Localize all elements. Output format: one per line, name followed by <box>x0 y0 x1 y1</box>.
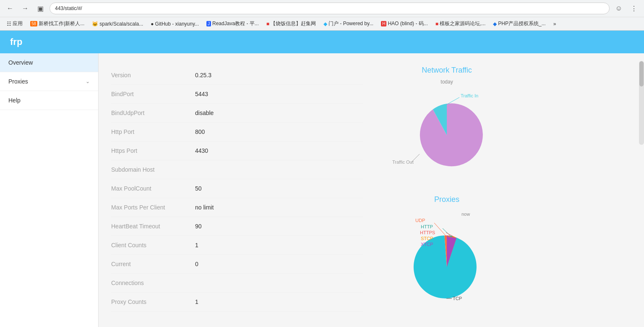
traffic-in-label: Traffic In <box>461 93 478 98</box>
sidebar-item-proxies[interactable]: Proxies ⌄ <box>0 72 98 91</box>
bookmark-shaofan[interactable]: ■ 【烧饭信息】赶集网 <box>264 19 318 28</box>
info-panel: Version 0.25.3 BindPort 5443 BindUdpPort… <box>111 66 363 319</box>
app-title: frp <box>10 37 22 47</box>
https-label: HTTPS <box>420 230 435 235</box>
sidebar-proxies-label: Proxies <box>8 78 28 85</box>
stcp-label: STCP <box>421 236 433 241</box>
bookmarks-bar: ☷ 应用 58 新桥找工作|新桥人... 🐱 spark/Scala/scala… <box>0 17 644 30</box>
bookmark-58[interactable]: 58 新桥找工作|新桥人... <box>28 19 87 28</box>
proxies-container: now <box>384 208 510 306</box>
info-row-bindport: BindPort 5443 <box>111 85 363 104</box>
label-current: Current <box>111 261 195 267</box>
bookmark-more-label: » <box>553 21 556 27</box>
label-httpport: Http Port <box>111 128 195 135</box>
info-row-maxpoolcount: Max PoolCount 50 <box>111 179 363 198</box>
info-row-subdomainhost: Subdomain Host <box>111 160 363 179</box>
value-maxpoolcount: 50 <box>195 185 202 192</box>
value-bindport: 5443 <box>195 91 208 97</box>
bookmark-more[interactable]: » <box>551 20 559 28</box>
network-traffic-chart: Network Traffic today Traffic In <box>380 66 514 183</box>
address-text: 443/static/#/ <box>55 5 604 11</box>
sidebar-overview-label: Overview <box>8 59 33 66</box>
bookmark-portal[interactable]: ◆ 门户 - Powered by... <box>321 19 376 28</box>
reload-button[interactable]: ▣ <box>34 3 46 14</box>
forward-button[interactable]: → <box>19 3 31 14</box>
value-httpport: 800 <box>195 128 205 135</box>
info-row-httpsport: Https Port 4430 <box>111 141 363 160</box>
bookmark-readjava[interactable]: J ReadJava教程 - 平... <box>204 19 261 28</box>
value-bindudpport: disable <box>195 110 214 116</box>
value-httpsport: 4430 <box>195 147 208 154</box>
value-current: 0 <box>195 261 198 267</box>
profile-button[interactable]: ☺ <box>613 3 625 14</box>
proxies-title: Proxies <box>380 195 514 204</box>
label-maxpoolcount: Max PoolCount <box>111 185 195 192</box>
label-proxycounts: Proxy Counts <box>111 298 195 305</box>
scrollbar-thumb[interactable] <box>639 61 644 86</box>
xtcp-label: XTCP <box>421 242 433 247</box>
info-row-heartbeattimeout: HeartBeat Timeout 90 <box>111 217 363 236</box>
label-clientcounts: Client Counts <box>111 242 195 249</box>
bookmark-github[interactable]: ● GitHub - xianyuny... <box>148 20 201 28</box>
label-bindport: BindPort <box>111 91 195 97</box>
info-row-bindudpport: BindUdpPort disable <box>111 104 363 123</box>
traffic-out-slice <box>420 103 483 166</box>
label-heartbeattimeout: HeartBeat Timeout <box>111 223 195 230</box>
bookmark-php[interactable]: ◆ PHP产品授权系统_... <box>490 19 548 28</box>
bookmark-apps[interactable]: ☷ 应用 <box>4 19 25 28</box>
proxies-subtitle: now <box>461 212 470 217</box>
info-row-maxportsperclient: Max Ports Per Client no limit <box>111 198 363 217</box>
bookmark-php-label: PHP产品授权系统_... <box>498 20 545 27</box>
bookmark-readjava-label: ReadJava教程 - 平... <box>212 20 259 27</box>
value-clientcounts: 1 <box>195 242 198 249</box>
app-body: Overview Proxies ⌄ Help Version 0.25.3 B… <box>0 53 644 327</box>
info-row-proxycounts: Proxy Counts 1 <box>111 293 363 311</box>
network-traffic-container: Traffic In Traffic Out <box>388 89 506 183</box>
info-row-connections: Connections <box>111 274 363 293</box>
proxies-svg: now <box>384 208 510 305</box>
value-version: 0.25.3 <box>195 72 211 78</box>
bookmark-spark-label: spark/Scala/scala... <box>99 21 143 27</box>
sidebar-item-help[interactable]: Help <box>0 91 98 110</box>
charts-panel: Network Traffic today Traffic In <box>380 66 514 319</box>
bookmark-github-label: GitHub - xianyuny... <box>155 21 199 27</box>
label-httpsport: Https Port <box>111 147 195 154</box>
info-row-version: Version 0.25.3 <box>111 66 363 85</box>
bookmark-58-label: 新桥找工作|新桥人... <box>39 20 84 27</box>
bookmark-moban[interactable]: ■ 模板之家源码论坛,... <box>433 19 488 28</box>
browser-toolbar: ← → ▣ 443/static/#/ ☺ ⋮ <box>0 0 644 17</box>
address-bar[interactable]: 443/static/#/ <box>50 3 610 14</box>
bookmark-hao-label: HAO (blind) - 码... <box>388 20 428 27</box>
tcp-label: TCP <box>453 296 462 301</box>
main-content: Version 0.25.3 BindPort 5443 BindUdpPort… <box>99 53 644 327</box>
value-heartbeattimeout: 90 <box>195 223 202 230</box>
proxies-chart: Proxies now <box>380 195 514 306</box>
udp-label: UDP <box>415 218 425 223</box>
bookmark-apps-label: 应用 <box>13 20 23 27</box>
bookmark-hao[interactable]: H HAO (blind) - 码... <box>378 19 430 28</box>
value-proxycounts: 1 <box>195 298 198 305</box>
label-version: Version <box>111 72 195 78</box>
bookmark-shaofan-label: 【烧饭信息】赶集网 <box>271 20 316 27</box>
sidebar: Overview Proxies ⌄ Help <box>0 53 99 327</box>
info-row-httpport: Http Port 800 <box>111 123 363 141</box>
network-traffic-svg: Traffic In Traffic Out <box>388 89 506 181</box>
label-bindudpport: BindUdpPort <box>111 110 195 116</box>
scrollbar[interactable] <box>639 61 644 145</box>
label-maxportsperclient: Max Ports Per Client <box>111 204 195 211</box>
info-row-clientcounts: Client Counts 1 <box>111 236 363 255</box>
bookmark-portal-label: 门户 - Powered by... <box>329 20 373 27</box>
sidebar-help-label: Help <box>8 97 21 104</box>
back-button[interactable]: ← <box>4 3 16 14</box>
bookmark-spark[interactable]: 🐱 spark/Scala/scala... <box>89 20 146 28</box>
stcp-label-line <box>448 237 455 237</box>
sidebar-item-overview[interactable]: Overview <box>0 53 98 72</box>
network-traffic-title: Network Traffic <box>380 66 514 75</box>
network-traffic-subtitle: today <box>380 79 514 85</box>
label-connections: Connections <box>111 280 195 286</box>
menu-button[interactable]: ⋮ <box>628 3 640 14</box>
info-row-current: Current 0 <box>111 255 363 274</box>
browser-chrome: ← → ▣ 443/static/#/ ☺ ⋮ ☷ 应用 58 新桥找工作|新桥… <box>0 0 644 31</box>
chevron-down-icon: ⌄ <box>86 78 90 84</box>
traffic-out-label: Traffic Out <box>392 160 414 165</box>
